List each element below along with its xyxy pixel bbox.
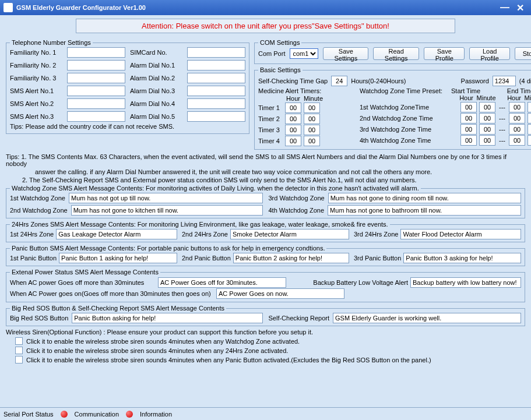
wd-3-sh[interactable] — [460, 135, 477, 146]
wd-msg-4[interactable] — [328, 205, 521, 216]
info-led-icon — [126, 411, 133, 418]
med-min-head: Minute — [304, 95, 320, 102]
close-button[interactable]: ✕ — [512, 2, 528, 13]
wd-msg-2[interactable] — [71, 205, 263, 216]
gap-input[interactable] — [331, 76, 347, 86]
tel-label: Alarm Dial No.3 — [130, 87, 182, 94]
gap-unit: Hours(0-240Hours) — [351, 77, 406, 84]
siren-check-3[interactable] — [15, 356, 23, 363]
read-settings-button[interactable]: Read Settings — [373, 47, 419, 60]
panic-legend: Panic Button SMS Alert Message Contents:… — [10, 245, 326, 252]
wd-msg-1[interactable] — [69, 193, 263, 203]
tel-input-3a[interactable] — [67, 86, 125, 96]
battery-input[interactable] — [410, 277, 521, 288]
watchdog-msg: Watchdog Zone SMS Alert Message Contents… — [6, 185, 525, 218]
wd-3-sm[interactable] — [479, 135, 495, 146]
pwd-hint: (4 digits) — [519, 77, 531, 84]
tel-input-2b[interactable] — [187, 73, 245, 83]
panic-3[interactable] — [403, 253, 521, 263]
status-comm: Communication — [75, 411, 119, 418]
load-profile-button[interactable]: Load Profile — [469, 47, 510, 60]
timer-2-m[interactable] — [304, 125, 320, 135]
hrs24-2[interactable] — [230, 229, 349, 239]
wd-2-eh[interactable] — [509, 124, 525, 135]
app-icon — [3, 3, 13, 12]
wd-2-sm[interactable] — [479, 124, 495, 135]
tel-input-1b[interactable] — [187, 60, 245, 70]
wd-1-eh[interactable] — [509, 113, 525, 123]
siren-check-1[interactable] — [15, 337, 23, 345]
power-legend: Extenal Power Status SMS Alert Message C… — [10, 269, 160, 276]
wd-2-sh[interactable] — [460, 124, 477, 135]
attention-banner: Attention: Please switch on the unit aft… — [76, 19, 455, 33]
timer-3-h[interactable] — [285, 136, 301, 146]
tel-input-4a[interactable] — [67, 98, 125, 109]
tel-input-0a[interactable] — [67, 47, 125, 58]
statusbar: Serial Port Status Communication Informa… — [0, 407, 531, 420]
wd-1-sh[interactable] — [460, 113, 477, 123]
status-info: Information — [140, 411, 172, 418]
hrs24-msg: 24Hrs Zones SMS Alert Message Contents: … — [6, 221, 525, 242]
wd-0-sm[interactable] — [479, 102, 495, 112]
hrs24-legend: 24Hrs Zones SMS Alert Message Contents: … — [10, 221, 390, 228]
siren-check-2[interactable] — [15, 347, 23, 354]
watchdog-msg-legend: Watchdog Zone SMS Alert Message Contents… — [10, 185, 421, 192]
sos-legend: Big Red SOS Button & Self-Checking Repor… — [10, 305, 226, 312]
com-legend: COM Settings — [258, 39, 301, 46]
wd-0-sh[interactable] — [460, 102, 477, 112]
wd-3-eh[interactable] — [509, 135, 525, 146]
minimize-button[interactable]: — — [497, 2, 512, 13]
power-on-input[interactable] — [216, 288, 344, 299]
wd-0-em[interactable] — [528, 102, 531, 112]
timer-3-m[interactable] — [304, 136, 320, 146]
tel-input-5b[interactable] — [187, 111, 245, 122]
panic-1[interactable] — [59, 253, 177, 263]
save-profile-button[interactable]: Save Profile — [424, 47, 465, 60]
med-label: Medicine Alert Timers: — [258, 87, 351, 94]
com-settings: COM Settings Com Port com1 Save Settings… — [254, 39, 531, 64]
wd-3-em[interactable] — [528, 135, 531, 146]
pwd-input[interactable] — [493, 76, 516, 86]
save-settings-button[interactable]: Save Settings — [323, 47, 368, 60]
hrs24-1[interactable] — [56, 229, 177, 239]
wd-msg-3[interactable] — [328, 193, 521, 203]
tel-input-5a[interactable] — [67, 111, 125, 122]
tips-line3: 2. The Self-Checking Report SMS and Exte… — [22, 177, 525, 183]
report-input[interactable] — [333, 313, 521, 323]
wd-end: End Time — [497, 87, 531, 94]
tel-input-4b[interactable] — [187, 98, 245, 109]
tel-label: SMS Alert No.2 — [10, 100, 62, 107]
power-msg: Extenal Power Status SMS Alert Message C… — [6, 269, 525, 302]
tel-input-2a[interactable] — [67, 73, 125, 83]
timer-2-h[interactable] — [285, 125, 301, 135]
tel-label: Familiarity No. 2 — [10, 62, 62, 69]
tel-label: SMS Alert No.1 — [10, 87, 62, 94]
wd-1-sm[interactable] — [479, 113, 495, 123]
tel-label: Alarm Dial No.5 — [130, 113, 182, 120]
tel-input-3b[interactable] — [187, 86, 245, 96]
sos-input[interactable] — [72, 313, 262, 323]
timer-0-m[interactable] — [304, 103, 320, 113]
hrs24-3[interactable] — [400, 229, 521, 239]
titlebar: GSM Elderly Guarder Configurator Ver1.00… — [0, 0, 531, 15]
timer-0-h[interactable] — [285, 103, 301, 113]
wd-2-em[interactable] — [528, 124, 531, 135]
stop-button[interactable]: Stop — [515, 47, 531, 60]
power-off-input[interactable] — [158, 277, 286, 288]
tel-input-1a[interactable] — [67, 60, 125, 70]
sos-msg: Big Red SOS Button & Self-Checking Repor… — [6, 305, 525, 326]
tel-input-0b[interactable] — [187, 47, 245, 58]
wd-label: Watchdog Zone Time Preset: — [360, 87, 442, 94]
com-port-select[interactable]: com1 — [290, 48, 318, 59]
tel-label: Alarm Dial No.4 — [130, 100, 182, 107]
wd-0-eh[interactable] — [509, 102, 525, 112]
timer-1-h[interactable] — [285, 114, 301, 124]
wd-start: Start Time — [442, 87, 489, 94]
tel-label: SIMCard No. — [130, 49, 182, 56]
wd-1-em[interactable] — [528, 113, 531, 123]
timer-1-m[interactable] — [304, 114, 320, 124]
panic-2[interactable] — [233, 253, 349, 263]
basic-legend: Basic Settings — [258, 66, 303, 73]
med-hour-head: Hour — [285, 95, 301, 102]
tel-label: Alarm Dial No.1 — [130, 62, 182, 69]
